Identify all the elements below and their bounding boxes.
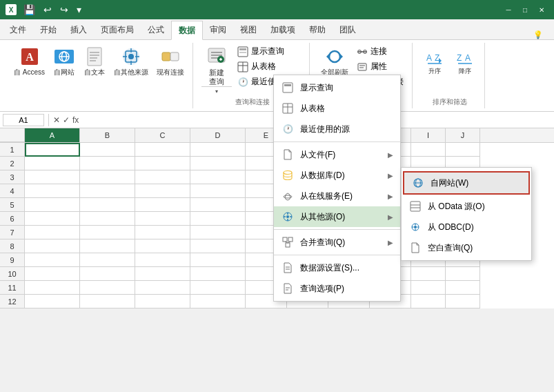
access-button[interactable]: A 自 Access [11,44,48,79]
tab-home[interactable]: 开始 [33,20,63,39]
sort-desc-btn[interactable]: Z A 降序 [451,44,479,77]
cell-a11[interactable] [25,281,80,295]
menu-from-online[interactable]: 从在线服务(E) ▶ [274,186,400,206]
row-header-4[interactable]: 4 [0,184,25,198]
cell-a6[interactable] [25,212,80,226]
menu-ds-settings[interactable]: 数据源设置(S)... [274,257,400,278]
cell-d2[interactable] [190,157,246,170]
cell-c3[interactable] [135,170,190,184]
redo-btn[interactable]: ↪ [57,3,71,17]
cell-j11[interactable] [446,281,480,295]
cell-b2[interactable] [80,157,135,170]
row-header-12[interactable]: 12 [0,295,25,308]
cell-b6[interactable] [80,212,135,226]
submenu-blank-query[interactable]: 空白查询(Q) [402,237,531,258]
menu-recent[interactable]: 🕐 最近使用的源 [274,119,400,139]
row-header-3[interactable]: 3 [0,170,25,184]
cell-c8[interactable] [135,239,190,253]
cell-d12[interactable] [190,295,246,308]
cell-a10[interactable] [25,267,80,281]
cell-c2[interactable] [135,157,190,170]
cancel-formula-btn[interactable]: ✕ [53,115,60,125]
tab-pagelayout[interactable]: 页面布局 [94,20,141,39]
cell-c10[interactable] [135,267,190,281]
cell-d11[interactable] [190,281,246,295]
cell-b4[interactable] [80,184,135,198]
cell-i11[interactable] [411,281,446,295]
menu-query-options[interactable]: 查询选项(P) [274,278,400,299]
submenu-from-odata[interactable]: 从 OData 源(O) [402,196,531,217]
minimize-btn[interactable]: ─ [502,3,515,17]
close-btn[interactable]: ✕ [535,3,548,17]
row-header-11[interactable]: 11 [0,281,25,295]
cell-i10[interactable] [411,267,446,281]
text-button[interactable]: 自文本 [81,44,108,79]
tell-me[interactable]: 💡 [528,30,551,39]
cell-reference-box[interactable] [3,114,44,126]
cell-d5[interactable] [190,198,246,212]
sort-asc-btn[interactable]: A Z 升序 [421,44,448,77]
tab-data[interactable]: 数据 [171,21,203,40]
row-header-5[interactable]: 5 [0,198,25,212]
menu-from-table[interactable]: 从表格 [274,98,400,119]
menu-from-db[interactable]: 从数据库(D) ▶ [274,165,400,186]
cell-j1[interactable] [446,143,480,157]
row-header-9[interactable]: 9 [0,253,25,267]
cell-i12[interactable] [411,295,446,308]
refresh-all-btn[interactable]: 全部刷新 [318,44,351,79]
from-table-btn[interactable]: 从表格 [235,59,304,74]
row-header-7[interactable]: 7 [0,226,25,239]
row-header-8[interactable]: 8 [0,239,25,253]
cell-b9[interactable] [80,253,135,267]
undo-btn[interactable]: ↩ [41,3,55,17]
cell-d1[interactable] [190,143,246,157]
cell-j12[interactable] [446,295,480,308]
maximize-btn[interactable]: □ [518,3,532,17]
cell-d6[interactable] [190,212,246,226]
tab-formula[interactable]: 公式 [141,20,171,39]
tab-team[interactable]: 团队 [333,20,363,39]
cell-c12[interactable] [135,295,190,308]
menu-from-file[interactable]: 从文件(F) ▶ [274,144,400,165]
confirm-formula-btn[interactable]: ✓ [63,115,70,125]
cell-d4[interactable] [190,184,246,198]
tab-insert[interactable]: 插入 [63,20,94,39]
cell-a12[interactable] [25,295,80,308]
row-header-6[interactable]: 6 [0,212,25,226]
cell-d3[interactable] [190,170,246,184]
col-header-b[interactable]: B [80,128,135,142]
cell-c4[interactable] [135,184,190,198]
new-query-arrow[interactable]: ▾ [201,86,232,96]
connections-btn[interactable]: 连接 [354,44,406,59]
properties-btn[interactable]: 属性 [354,59,406,74]
col-header-a[interactable]: A [25,128,80,142]
cell-a1[interactable] [25,143,80,157]
cell-c7[interactable] [135,226,190,239]
col-header-i[interactable]: I [411,128,446,142]
tab-review[interactable]: 审阅 [203,20,233,39]
row-header-2[interactable]: 2 [0,157,25,170]
menu-show-query[interactable]: 显示查询 [274,77,400,98]
cell-a5[interactable] [25,198,80,212]
cell-b5[interactable] [80,198,135,212]
cell-c6[interactable] [135,212,190,226]
cell-b10[interactable] [80,267,135,281]
save-quick-btn[interactable]: 💾 [21,3,38,17]
cell-b12[interactable] [80,295,135,308]
row-header-1[interactable]: 1 [0,143,25,157]
more-btn[interactable]: ▾ [74,3,84,17]
row-header-10[interactable]: 10 [0,267,25,281]
tab-help[interactable]: 帮助 [302,20,333,39]
menu-merge[interactable]: 合并查询(Q) ▶ [274,232,400,253]
web-button[interactable]: 自网站 [50,44,78,79]
cell-c1[interactable] [135,143,190,157]
cell-b1[interactable] [80,143,135,157]
cell-j10[interactable] [446,267,480,281]
tab-view[interactable]: 视图 [233,20,264,39]
cell-c5[interactable] [135,198,190,212]
cell-a3[interactable] [25,170,80,184]
tab-file[interactable]: 文件 [3,20,33,39]
other-sources-button[interactable]: 自其他来源 [111,44,151,79]
col-header-c[interactable]: C [135,128,190,142]
cell-b3[interactable] [80,170,135,184]
